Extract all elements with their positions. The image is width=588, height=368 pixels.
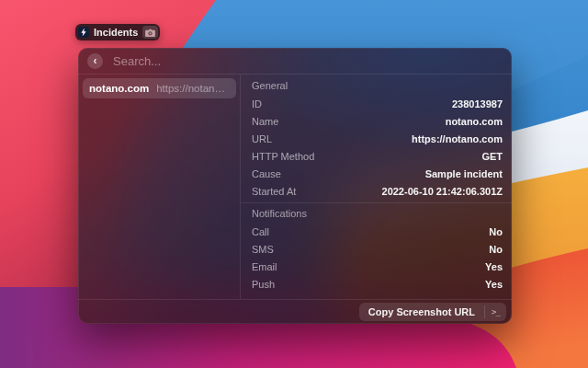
- row-value: Yes: [485, 279, 503, 290]
- monitor-name: notano.com: [89, 83, 149, 94]
- row-url: URL https://notano.com: [252, 130, 503, 147]
- section-title: General: [252, 77, 503, 95]
- row-push: Push Yes: [252, 275, 503, 293]
- row-label: HTTP Method: [252, 151, 314, 162]
- row-label: Started At: [252, 186, 296, 197]
- camera-keycap[interactable]: [142, 26, 158, 39]
- back-button[interactable]: ‹: [87, 53, 103, 69]
- camera-icon: [145, 29, 155, 37]
- button-label: Copy Screenshot URL: [359, 303, 484, 321]
- row-value: Yes: [485, 261, 503, 272]
- row-value: https://notano.com: [412, 133, 503, 144]
- row-value: 2022-06-10 21:42:06.301Z: [382, 186, 503, 197]
- bolt-app-icon: [78, 27, 89, 38]
- row-call: Call No: [252, 223, 503, 240]
- copy-screenshot-url-button[interactable]: Copy Screenshot URL >_: [359, 303, 506, 321]
- terminal-prompt-icon: >_: [485, 303, 506, 321]
- section-title: Notifications: [252, 205, 503, 223]
- row-label: Cause: [252, 168, 281, 179]
- incidents-pill[interactable]: Incidents: [75, 24, 160, 40]
- row-cause: Cause Sample incident: [252, 165, 503, 182]
- row-id: ID 238013987: [252, 95, 503, 112]
- row-value: notano.com: [446, 116, 503, 127]
- monitor-list: notano.com https://notano.com: [78, 75, 241, 299]
- chevron-left-icon: ‹: [94, 55, 97, 66]
- row-value: Sample incident: [425, 168, 503, 179]
- list-item-notano[interactable]: notano.com https://notano.com: [83, 78, 236, 98]
- row-value: No: [489, 226, 503, 237]
- action-bar: Copy Screenshot URL >_: [78, 299, 512, 324]
- section-notifications: Notifications Call No SMS No Email Yes P…: [241, 202, 512, 293]
- row-name: Name notano.com: [252, 112, 503, 130]
- search-bar: ‹: [78, 48, 512, 75]
- row-value: No: [489, 244, 503, 255]
- row-label: Call: [252, 226, 269, 237]
- row-label: Email: [252, 261, 277, 272]
- row-sms: SMS No: [252, 240, 503, 258]
- row-label: Name: [252, 116, 278, 127]
- row-value: 238013987: [452, 98, 503, 109]
- monitor-url: https://notano.com: [156, 83, 230, 94]
- pill-label: Incidents: [94, 24, 138, 40]
- incidents-window: ‹ notano.com https://notano.com General …: [78, 48, 512, 324]
- row-label: SMS: [252, 244, 274, 255]
- row-http-method: HTTP Method GET: [252, 147, 503, 165]
- row-email: Email Yes: [252, 258, 503, 275]
- row-label: Push: [252, 279, 275, 290]
- row-value: GET: [481, 151, 503, 162]
- search-input[interactable]: [111, 53, 503, 69]
- row-started-at: Started At 2022-06-10 21:42:06.301Z: [252, 182, 503, 200]
- incident-detail-panel: General ID 238013987 Name notano.com URL…: [241, 75, 512, 299]
- section-general: General ID 238013987 Name notano.com URL…: [252, 75, 503, 200]
- row-label: URL: [252, 133, 272, 144]
- row-label: ID: [252, 98, 262, 109]
